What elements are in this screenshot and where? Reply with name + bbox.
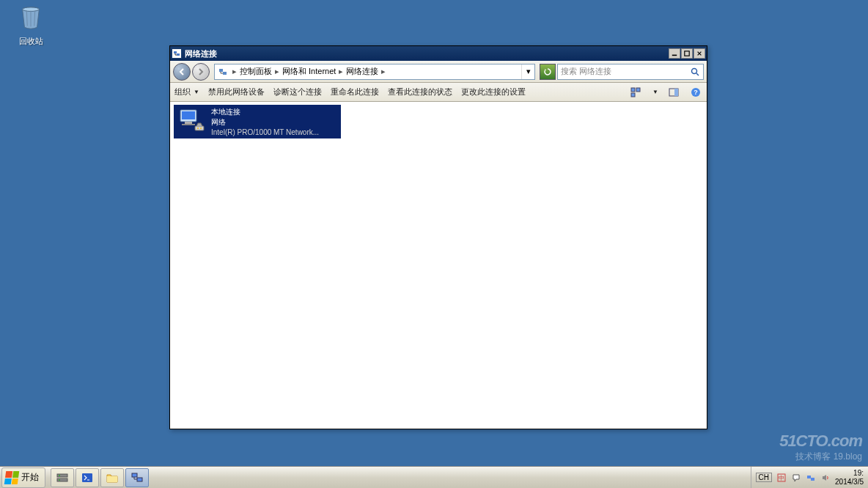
start-label: 开始: [21, 471, 39, 484]
svg-rect-13: [674, 89, 678, 96]
view-mode-dropdown[interactable]: ▼: [652, 89, 658, 95]
svg-rect-30: [137, 478, 142, 481]
preview-pane-button[interactable]: [667, 86, 680, 99]
connection-item-local[interactable]: 本地连接 网络 Intel(R) PRO/1000 MT Network...: [174, 105, 341, 138]
svg-rect-17: [182, 111, 195, 119]
view-mode-button[interactable]: [629, 86, 642, 99]
taskbar-explorer[interactable]: [100, 468, 124, 487]
recycle-bin-label: 回收站: [13, 36, 48, 47]
connection-status: 网络: [211, 117, 319, 127]
address-bar-row: ▸ 控制面板 ▸ 网络和 Internet ▸ 网络连接 ▸ ▾: [170, 61, 707, 83]
svg-text:?: ?: [694, 89, 698, 96]
maximize-button[interactable]: [681, 48, 693, 59]
breadcrumb-control-panel[interactable]: 控制面板: [238, 66, 273, 77]
breadcrumb-sep[interactable]: ▸: [337, 67, 345, 76]
taskbar-network-connections[interactable]: [125, 468, 149, 487]
system-tray: CH 中 19: 2014/3/5: [751, 467, 868, 488]
window-title: 网络连接: [185, 48, 669, 59]
breadcrumb-bar[interactable]: ▸ 控制面板 ▸ 网络和 Internet ▸ 网络连接 ▸ ▾: [214, 64, 535, 80]
svg-rect-7: [223, 72, 227, 75]
minimize-button[interactable]: [669, 48, 680, 59]
search-input[interactable]: [558, 67, 688, 76]
svg-rect-2: [174, 51, 177, 53]
svg-rect-10: [636, 88, 640, 92]
breadcrumb-network-connections[interactable]: 网络连接: [345, 66, 380, 77]
tray-network-icon[interactable]: [806, 473, 816, 483]
breadcrumb-sep[interactable]: ▸: [380, 67, 387, 76]
start-button[interactable]: 开始: [1, 467, 45, 488]
refresh-button[interactable]: [540, 64, 556, 80]
toolbar-disable-device[interactable]: 禁用此网络设备: [208, 86, 265, 97]
breadcrumb-network-internet[interactable]: 网络和 Internet: [281, 66, 337, 77]
svg-rect-11: [631, 93, 635, 97]
taskbar-powershell[interactable]: [76, 468, 99, 487]
breadcrumb-sep[interactable]: ▸: [273, 67, 281, 76]
toolbar-view-status[interactable]: 查看此连接的状态: [388, 86, 452, 97]
svg-text:中: 中: [779, 475, 784, 481]
tray-volume-icon[interactable]: [820, 473, 831, 483]
svg-rect-18: [185, 122, 192, 124]
taskbar-server-manager[interactable]: [51, 468, 74, 487]
svg-rect-29: [132, 473, 137, 477]
content-area[interactable]: 本地连接 网络 Intel(R) PRO/1000 MT Network...: [170, 102, 707, 429]
svg-point-25: [59, 475, 60, 476]
svg-rect-34: [811, 478, 814, 481]
svg-rect-20: [195, 126, 204, 130]
nav-back-button[interactable]: [173, 63, 191, 81]
svg-rect-3: [177, 53, 180, 56]
toolbar: 组织▼ 禁用此网络设备 诊断这个连接 重命名此连接 查看此连接的状态 更改此连接…: [170, 83, 707, 102]
svg-point-26: [59, 479, 60, 481]
connection-device: Intel(R) PRO/1000 MT Network...: [211, 127, 319, 137]
toolbar-rename[interactable]: 重命名此连接: [331, 86, 379, 97]
connection-name: 本地连接: [211, 107, 319, 117]
svg-rect-9: [631, 88, 635, 92]
address-dropdown-button[interactable]: ▾: [521, 64, 534, 79]
tray-ime-icon[interactable]: 中: [776, 473, 787, 483]
tray-action-center-icon[interactable]: [791, 473, 801, 483]
svg-rect-19: [182, 124, 195, 125]
search-icon[interactable]: [688, 65, 702, 78]
toolbar-diagnose[interactable]: 诊断这个连接: [273, 86, 322, 97]
tray-time-text: 19:: [853, 469, 864, 478]
help-button[interactable]: ?: [689, 86, 702, 99]
tray-date-text: 2014/3/5: [835, 478, 864, 487]
watermark: 51CTO.com 技术博客 19.blog: [779, 432, 862, 463]
desktop-recycle-bin[interactable]: 回收站: [13, 4, 48, 47]
search-box[interactable]: [557, 64, 704, 80]
network-connections-window: 网络连接 ▸ 控制面板 ▸ 网络和 Internet ▸ 网络连接 ▸ ▾: [169, 45, 707, 429]
svg-rect-21: [197, 127, 199, 129]
svg-rect-33: [807, 476, 811, 478]
windows-logo-icon: [4, 471, 20, 484]
svg-point-8: [692, 68, 697, 73]
toolbar-change-settings[interactable]: 更改此连接的设置: [461, 86, 526, 97]
nav-forward-button[interactable]: [192, 63, 210, 81]
svg-rect-22: [200, 127, 202, 129]
title-bar[interactable]: 网络连接: [170, 46, 707, 61]
svg-rect-28: [107, 476, 117, 482]
toolbar-organize[interactable]: 组织▼: [174, 86, 199, 97]
breadcrumb-sep[interactable]: ▸: [231, 67, 238, 76]
window-icon: [172, 48, 182, 59]
svg-rect-5: [685, 51, 689, 56]
recycle-bin-icon: [17, 4, 45, 32]
tray-language[interactable]: CH: [756, 473, 772, 482]
svg-rect-27: [82, 473, 92, 482]
network-adapter-icon: [176, 107, 207, 136]
svg-rect-6: [219, 69, 223, 72]
close-button[interactable]: [694, 48, 705, 59]
tray-clock[interactable]: 19: 2014/3/5: [835, 469, 864, 487]
taskbar: 开始 CH 中 19: 2014/3/5: [0, 466, 868, 488]
svg-rect-4: [672, 55, 677, 56]
breadcrumb-origin-icon: [217, 66, 229, 78]
